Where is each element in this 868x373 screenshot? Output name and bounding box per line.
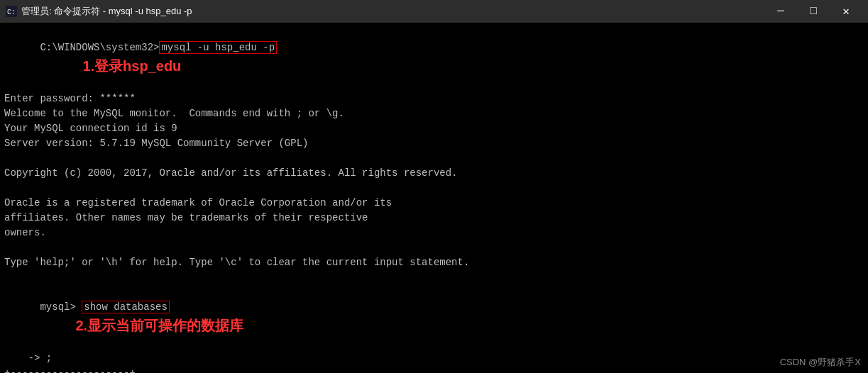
line-arrow: -> ; (4, 351, 864, 366)
mysql-login-cmd: mysql -u hsp_edu -p (159, 41, 277, 54)
line-copyright: Copyright (c) 2000, 2017, Oracle and/or … (4, 166, 864, 181)
line-blank2 (4, 181, 864, 196)
line-show-databases: mysql> show databases 2.显示当前可操作的数据库 (4, 285, 864, 351)
line-cmd: C:\WINDOWS\system32>mysql -u hsp_edu -p … (4, 26, 864, 91)
cmd-icon: C: (6, 6, 17, 17)
line-blank1 (4, 151, 864, 166)
line-help: Type 'help;' or '\h' for help. Type '\c'… (4, 255, 864, 270)
svg-text:C:: C: (7, 9, 16, 16)
line-oracle3: owners. (4, 226, 864, 240)
titlebar: C: 管理员: 命令提示符 - mysql -u hsp_edu -p ─ □ … (0, 0, 868, 23)
annotation-showdb: 2.显示当前可操作的数据库 (75, 318, 243, 333)
table-top: +--------------------+ (4, 366, 864, 373)
minimize-button[interactable]: ─ (764, 0, 797, 23)
close-button[interactable]: ✕ (830, 0, 862, 23)
line-oracle2: affiliates. Other names may be trademark… (4, 211, 864, 226)
line-conn-id: Your MySQL connection id is 9 (4, 121, 864, 136)
maximize-button[interactable]: □ (797, 0, 830, 23)
cmd-window: C: 管理员: 命令提示符 - mysql -u hsp_edu -p ─ □ … (0, 0, 868, 373)
window-title: 管理员: 命令提示符 - mysql -u hsp_edu -p (21, 5, 759, 18)
annotation-login: 1.登录hsp_edu (82, 58, 181, 74)
line-oracle1: Oracle is a registered trademark of Orac… (4, 196, 864, 211)
window-controls: ─ □ ✕ (764, 0, 862, 23)
line-welcome: Welcome to the MySQL monitor. Commands e… (4, 106, 864, 121)
show-databases-cmd: show databases (82, 301, 170, 313)
line-blank3 (4, 240, 864, 255)
watermark: CSDN @野猪杀手X (780, 355, 861, 369)
line-version: Server version: 5.7.19 MySQL Community S… (4, 136, 864, 151)
terminal-body[interactable]: C:\WINDOWS\system32>mysql -u hsp_edu -p … (0, 23, 868, 373)
line-blank4 (4, 270, 864, 285)
path-prefix: C:\WINDOWS\system32> (40, 42, 159, 53)
mysql-prompt: mysql> (40, 301, 82, 313)
line-password: Enter password: ****** (4, 91, 864, 106)
